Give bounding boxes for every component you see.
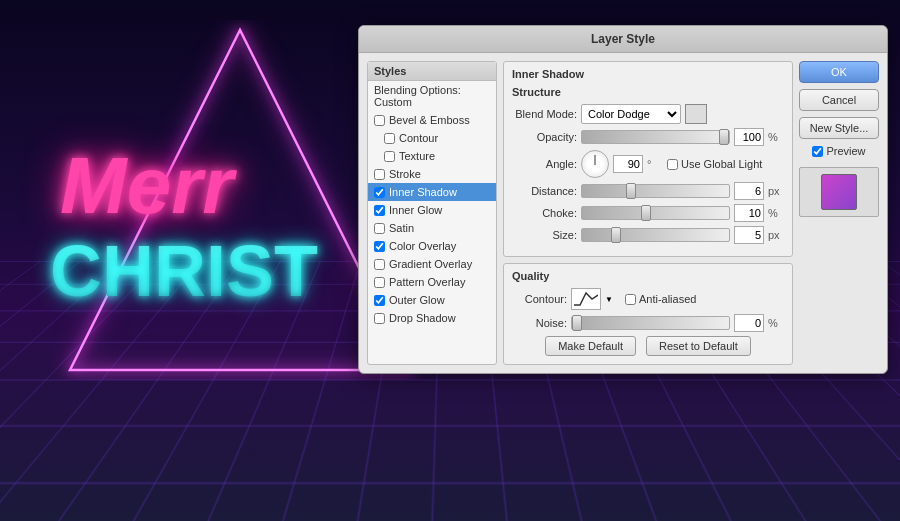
styles-panel: Styles Blending Options: Custom Bevel & … <box>367 61 497 365</box>
size-slider[interactable] <box>581 228 730 242</box>
make-default-button[interactable]: Make Default <box>545 336 636 356</box>
choke-row: Choke: % <box>512 204 784 222</box>
inner-shadow-section: Inner Shadow Structure Blend Mode: Color… <box>503 61 793 257</box>
satin-checkbox[interactable] <box>374 223 385 234</box>
contour-dropdown-arrow[interactable]: ▼ <box>605 295 613 304</box>
size-unit: px <box>768 229 784 241</box>
style-texture[interactable]: Texture <box>368 147 496 165</box>
opacity-slider[interactable] <box>581 130 730 144</box>
bevel-emboss-label: Bevel & Emboss <box>389 114 470 126</box>
dialog-title: Layer Style <box>591 32 655 46</box>
style-inner-glow[interactable]: Inner Glow <box>368 201 496 219</box>
contour-label: Contour <box>399 132 438 144</box>
style-inner-shadow[interactable]: Inner Shadow <box>368 183 496 201</box>
contour-checkbox[interactable] <box>384 133 395 144</box>
main-content: Inner Shadow Structure Blend Mode: Color… <box>503 61 793 365</box>
angle-dial[interactable] <box>581 150 609 178</box>
blend-mode-row: Blend Mode: Color Dodge Normal Multiply … <box>512 104 784 124</box>
distance-thumb[interactable] <box>626 183 636 199</box>
choke-unit: % <box>768 207 784 219</box>
preview-checkbox[interactable] <box>812 146 823 157</box>
style-color-overlay[interactable]: Color Overlay <box>368 237 496 255</box>
texture-checkbox[interactable] <box>384 151 395 162</box>
gradient-overlay-label: Gradient Overlay <box>389 258 472 270</box>
outer-glow-checkbox[interactable] <box>374 295 385 306</box>
noise-label: Noise: <box>512 317 567 329</box>
angle-unit: ° <box>647 158 663 170</box>
style-bevel-emboss[interactable]: Bevel & Emboss <box>368 111 496 129</box>
noise-thumb[interactable] <box>572 315 582 331</box>
pattern-overlay-label: Pattern Overlay <box>389 276 465 288</box>
inner-shadow-section-title: Inner Shadow <box>512 68 784 80</box>
blend-mode-select[interactable]: Color Dodge Normal Multiply Screen <box>581 104 681 124</box>
structure-title: Structure <box>512 86 784 98</box>
reset-default-button[interactable]: Reset to Default <box>646 336 751 356</box>
drop-shadow-checkbox[interactable] <box>374 313 385 324</box>
anti-aliased-label[interactable]: Anti-aliased <box>625 293 696 305</box>
distance-slider[interactable] <box>581 184 730 198</box>
opacity-label: Opacity: <box>512 131 577 143</box>
style-outer-glow[interactable]: Outer Glow <box>368 291 496 309</box>
blend-color-swatch[interactable] <box>685 104 707 124</box>
distance-input[interactable] <box>734 182 764 200</box>
opacity-row: Opacity: % <box>512 128 784 146</box>
angle-input[interactable] <box>613 155 643 173</box>
bottom-buttons: Make Default Reset to Default <box>512 336 784 356</box>
style-satin[interactable]: Satin <box>368 219 496 237</box>
preview-thumbnail <box>821 174 857 210</box>
angle-label: Angle: <box>512 158 577 170</box>
anti-aliased-checkbox[interactable] <box>625 294 636 305</box>
blend-mode-label: Blend Mode: <box>512 108 577 120</box>
style-blending-options[interactable]: Blending Options: Custom <box>368 81 496 111</box>
christmas-text: CHRIST <box>50 230 318 312</box>
opacity-unit: % <box>768 131 784 143</box>
stroke-label: Stroke <box>389 168 421 180</box>
style-drop-shadow[interactable]: Drop Shadow <box>368 309 496 327</box>
use-global-light-checkbox[interactable] <box>667 159 678 170</box>
opacity-thumb[interactable] <box>719 129 729 145</box>
distance-row: Distance: px <box>512 182 784 200</box>
choke-slider[interactable] <box>581 206 730 220</box>
style-pattern-overlay[interactable]: Pattern Overlay <box>368 273 496 291</box>
new-style-button[interactable]: New Style... <box>799 117 879 139</box>
noise-input[interactable] <box>734 314 764 332</box>
contour-label: Contour: <box>512 293 567 305</box>
contour-icon <box>574 291 598 307</box>
size-input[interactable] <box>734 226 764 244</box>
outer-glow-label: Outer Glow <box>389 294 445 306</box>
size-thumb[interactable] <box>611 227 621 243</box>
gradient-overlay-checkbox[interactable] <box>374 259 385 270</box>
noise-row: Noise: % <box>512 314 784 332</box>
noise-unit: % <box>768 317 784 329</box>
right-buttons: OK Cancel New Style... Preview <box>799 61 879 365</box>
use-global-light-label[interactable]: Use Global Light <box>667 158 762 170</box>
stroke-checkbox[interactable] <box>374 169 385 180</box>
cancel-button[interactable]: Cancel <box>799 89 879 111</box>
style-stroke[interactable]: Stroke <box>368 165 496 183</box>
pattern-overlay-checkbox[interactable] <box>374 277 385 288</box>
satin-label: Satin <box>389 222 414 234</box>
distance-label: Distance: <box>512 185 577 197</box>
quality-section: Quality Contour: ▼ Anti-aliased <box>503 263 793 365</box>
quality-title: Quality <box>512 270 784 282</box>
contour-preview[interactable] <box>571 288 601 310</box>
style-gradient-overlay[interactable]: Gradient Overlay <box>368 255 496 273</box>
preview-label[interactable]: Preview <box>799 145 879 157</box>
inner-shadow-checkbox[interactable] <box>374 187 385 198</box>
merry-text: Merr <box>60 140 233 232</box>
choke-thumb[interactable] <box>641 205 651 221</box>
preview-box <box>799 167 879 217</box>
layer-style-dialog: Layer Style Styles Blending Options: Cus… <box>358 25 888 374</box>
opacity-input[interactable] <box>734 128 764 146</box>
distance-unit: px <box>768 185 784 197</box>
texture-label: Texture <box>399 150 435 162</box>
bevel-emboss-checkbox[interactable] <box>374 115 385 126</box>
inner-shadow-label: Inner Shadow <box>389 186 457 198</box>
ok-button[interactable]: OK <box>799 61 879 83</box>
noise-slider[interactable] <box>571 316 730 330</box>
choke-input[interactable] <box>734 204 764 222</box>
drop-shadow-label: Drop Shadow <box>389 312 456 324</box>
inner-glow-checkbox[interactable] <box>374 205 385 216</box>
style-contour[interactable]: Contour <box>368 129 496 147</box>
color-overlay-checkbox[interactable] <box>374 241 385 252</box>
